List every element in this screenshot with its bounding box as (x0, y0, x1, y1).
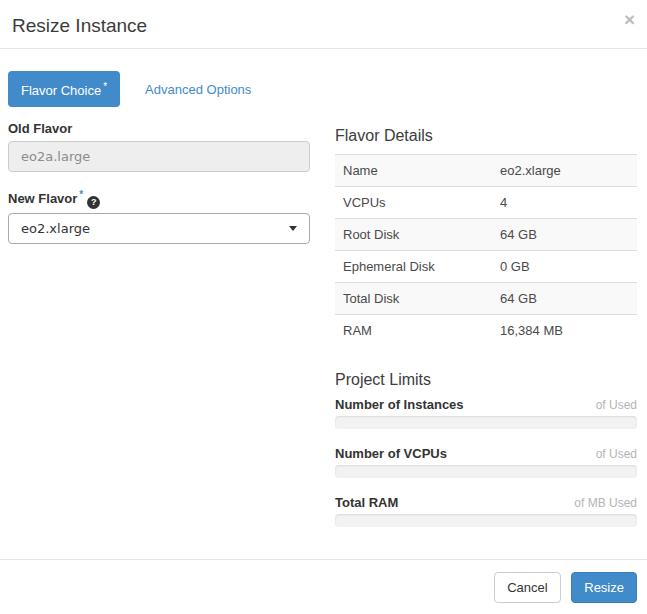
new-flavor-label: New Flavor*? (8, 187, 310, 208)
tab-flavor-choice[interactable]: Flavor Choice* (8, 71, 120, 107)
cancel-button[interactable]: Cancel (494, 572, 560, 603)
quota-instances: Number of Instances of Used (335, 397, 637, 429)
table-row: Root Disk 64 GB (335, 219, 637, 251)
detail-label: Root Disk (335, 219, 492, 251)
quota-usage-text: of Used (596, 398, 637, 412)
modal-title: Resize Instance (12, 14, 635, 38)
tab-bar: Flavor Choice* Advanced Options (8, 71, 637, 107)
required-asterisk: * (103, 81, 107, 92)
table-row: VCPUs 4 (335, 187, 637, 219)
quota-ram: Total RAM of MB Used (335, 495, 637, 527)
detail-value: 64 GB (492, 219, 637, 251)
progress-bar (335, 416, 637, 429)
quota-usage-text: of MB Used (574, 496, 637, 510)
flavor-details-heading: Flavor Details (335, 126, 637, 145)
content-columns: Old Flavor New Flavor*? eo2.xlarge Flavo… (8, 121, 637, 544)
detail-value: eo2.xlarge (492, 155, 637, 187)
new-flavor-select[interactable]: eo2.xlarge (8, 213, 310, 244)
new-flavor-selected-value: eo2.xlarge (21, 221, 90, 236)
chevron-down-icon (289, 226, 297, 231)
table-row: Total Disk 64 GB (335, 283, 637, 315)
details-column: Flavor Details Name eo2.xlarge VCPUs 4 R… (335, 121, 637, 544)
tab-advanced-options[interactable]: Advanced Options (145, 82, 251, 97)
modal-body: Flavor Choice* Advanced Options Old Flav… (0, 49, 647, 559)
detail-value: 64 GB (492, 283, 637, 315)
quota-usage-text: of Used (596, 447, 637, 461)
tab-flavor-choice-label: Flavor Choice (21, 83, 101, 98)
detail-label: VCPUs (335, 187, 492, 219)
project-limits-heading: Project Limits (335, 370, 637, 389)
resize-button[interactable]: Resize (571, 572, 637, 603)
detail-value: 0 GB (492, 251, 637, 283)
detail-label: Name (335, 155, 492, 187)
help-icon[interactable]: ? (87, 196, 100, 209)
old-flavor-label: Old Flavor (8, 121, 310, 137)
flavor-details-table: Name eo2.xlarge VCPUs 4 Root Disk 64 GB (335, 154, 637, 347)
progress-bar (335, 465, 637, 478)
form-column: Old Flavor New Flavor*? eo2.xlarge (8, 121, 310, 544)
detail-label: RAM (335, 315, 492, 347)
modal-footer: Cancel Resize (0, 559, 647, 614)
detail-value: 16,384 MB (492, 315, 637, 347)
quota-label: Number of VCPUs (335, 446, 447, 462)
resize-instance-modal: Resize Instance × Flavor Choice* Advance… (0, 0, 647, 614)
detail-label: Ephemeral Disk (335, 251, 492, 283)
progress-bar (335, 514, 637, 527)
table-row: RAM 16,384 MB (335, 315, 637, 347)
modal-header: Resize Instance × (0, 0, 647, 49)
close-icon[interactable]: × (624, 10, 635, 29)
required-asterisk: * (79, 189, 83, 200)
quota-vcpus: Number of VCPUs of Used (335, 446, 637, 478)
detail-value: 4 (492, 187, 637, 219)
old-flavor-input (8, 141, 310, 172)
detail-label: Total Disk (335, 283, 492, 315)
table-row: Name eo2.xlarge (335, 155, 637, 187)
quota-label: Total RAM (335, 495, 398, 511)
quota-label: Number of Instances (335, 397, 464, 413)
table-row: Ephemeral Disk 0 GB (335, 251, 637, 283)
